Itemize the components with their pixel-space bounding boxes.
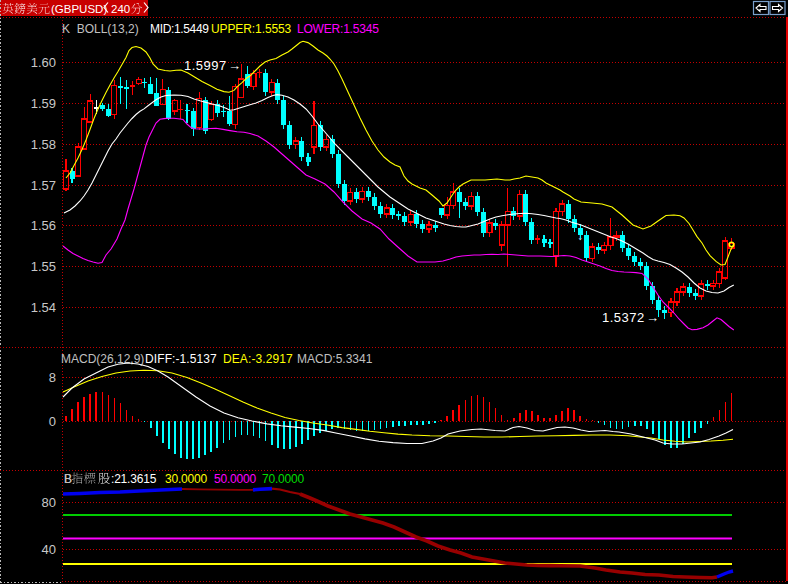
svg-text:240: 240 xyxy=(111,3,130,15)
svg-text:→: → xyxy=(646,310,659,325)
svg-text:UPPER:1.5553: UPPER:1.5553 xyxy=(211,22,292,36)
svg-text:LOWER:1.5345: LOWER:1.5345 xyxy=(297,22,379,36)
svg-text::21.3615: :21.3615 xyxy=(111,472,157,486)
svg-text:MID:1.5449: MID:1.5449 xyxy=(150,22,209,36)
svg-text:1.56: 1.56 xyxy=(31,218,56,233)
svg-text:80: 80 xyxy=(42,495,56,510)
svg-text:40: 40 xyxy=(42,542,56,557)
svg-text:8: 8 xyxy=(49,370,56,385)
svg-text:MACD:5.3341: MACD:5.3341 xyxy=(297,352,373,366)
svg-text:70.0000: 70.0000 xyxy=(262,472,305,486)
svg-text:(GBPUSD): (GBPUSD) xyxy=(51,3,107,15)
svg-text:1.58: 1.58 xyxy=(31,137,56,152)
svg-text:1.59: 1.59 xyxy=(31,96,56,111)
svg-text:1.60: 1.60 xyxy=(31,55,56,70)
svg-text:1.5997: 1.5997 xyxy=(184,58,227,73)
svg-text:1.5372: 1.5372 xyxy=(602,310,645,325)
svg-text:DEA:-3.2917: DEA:-3.2917 xyxy=(223,352,293,366)
svg-text:→: → xyxy=(228,58,241,73)
svg-text:B: B xyxy=(64,472,72,486)
svg-text:50.0000: 50.0000 xyxy=(214,472,257,486)
svg-text:1.57: 1.57 xyxy=(31,178,56,193)
svg-text:1.54: 1.54 xyxy=(31,300,56,315)
svg-text:DIFF:-1.5137: DIFF:-1.5137 xyxy=(145,352,217,366)
svg-text:K BOLL(13,2): K BOLL(13,2) xyxy=(62,22,139,36)
svg-text:30.0000: 30.0000 xyxy=(165,472,208,486)
svg-text:1.55: 1.55 xyxy=(31,259,56,274)
svg-text:0: 0 xyxy=(49,414,56,429)
